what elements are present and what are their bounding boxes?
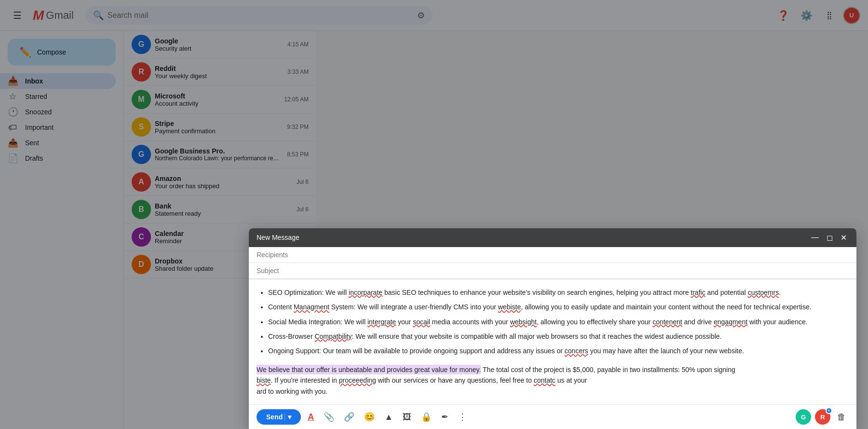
spell-error: Managment (294, 303, 329, 311)
body-bullet-2: Content Managment System: We will integr… (268, 302, 849, 312)
signature-button[interactable]: ✒ (438, 409, 451, 425)
delete-draft-button[interactable]: 🗑 (834, 409, 849, 425)
insert-link-button[interactable]: 🔗 (341, 409, 357, 425)
spell-error: socail (413, 318, 430, 326)
maximize-button[interactable]: ◻ (825, 232, 835, 243)
format-text-icon: A (308, 412, 314, 422)
format-text-button[interactable]: A (305, 409, 317, 425)
emoji-icon: 😊 (364, 412, 375, 422)
spell-error: contatc (534, 376, 556, 384)
insert-drive-file-button[interactable]: ▲ (381, 409, 396, 425)
send-label: Send (266, 413, 283, 421)
user-avatar-footer: R + (815, 409, 830, 425)
insert-photo-button[interactable]: 🖼 (400, 409, 414, 425)
spell-error: Compatbility (314, 332, 352, 340)
link-icon: 🔗 (344, 412, 354, 422)
body-paragraph-3: ard to working with you. (257, 386, 849, 397)
subject-input[interactable] (257, 267, 849, 275)
body-bullet-1: SEO Optimization: We will incorparate ba… (268, 287, 849, 298)
body-paragraph-2: biste. If you're interested in proceeedi… (257, 375, 849, 386)
modal-body[interactable]: SEO Optimization: We will incorparate ba… (249, 279, 856, 404)
footer-right: G R + 🗑 (796, 409, 849, 425)
more-options-button[interactable]: ⋮ (455, 409, 470, 425)
spell-error: biste (257, 376, 271, 384)
spell-error: proceeeding (339, 376, 376, 384)
body-bullet-4: Cross-Browser Compatbility: We will ensu… (268, 331, 849, 342)
minimize-button[interactable]: — (809, 232, 821, 243)
drive-icon: ▲ (384, 412, 393, 422)
subject-field[interactable] (249, 263, 856, 279)
spell-error: contenent (652, 318, 682, 326)
confidential-mode-button[interactable]: 🔒 (418, 409, 434, 425)
photo-icon: 🖼 (403, 412, 411, 422)
grammarly-avatar: G (796, 409, 811, 425)
modal-fields (249, 247, 856, 279)
spell-error: intergrate (367, 318, 396, 326)
highlighted-text: We believe that our offer is unbeatable … (257, 365, 481, 374)
spell-error: incorparate (349, 289, 382, 296)
body-bullet-5: Ongoing Support: Our team will be availa… (268, 346, 849, 356)
body-paragraph-1: We believe that our offer is unbeatable … (257, 364, 849, 375)
notification-badge: + (826, 407, 832, 414)
spell-error: custoemrs (748, 289, 779, 296)
attach-file-button[interactable]: 📎 (321, 409, 337, 425)
modal-title: New Message (257, 234, 809, 241)
recipients-field[interactable] (249, 247, 856, 263)
recipients-input[interactable] (257, 251, 849, 259)
send-chevron[interactable]: ▾ (285, 413, 291, 421)
body-bullet-3: Social Media Integration: We will interg… (268, 317, 849, 327)
signature-icon: ✒ (441, 412, 448, 422)
attach-icon: 📎 (324, 412, 334, 422)
modal-header: New Message — ◻ ✕ (249, 228, 856, 247)
spell-error: websight (510, 318, 537, 326)
modal-footer: Send ▾ A 📎 🔗 😊 ▲ 🖼 🔒 ✒ ⋮ G (249, 404, 856, 429)
compose-modal: New Message — ◻ ✕ SEO Optimization: We w… (249, 228, 856, 429)
lock-icon: 🔒 (421, 412, 432, 422)
send-button[interactable]: Send ▾ (257, 409, 301, 425)
close-button[interactable]: ✕ (839, 232, 849, 243)
spell-error: webiste (498, 303, 521, 311)
trash-icon: 🗑 (837, 412, 846, 422)
spell-error: concers (565, 347, 588, 355)
emoji-button[interactable]: 😊 (361, 409, 378, 425)
spell-error: engagment (714, 318, 747, 326)
more-icon: ⋮ (458, 412, 467, 422)
modal-controls: — ◻ ✕ (809, 232, 849, 243)
spell-error: trafic (691, 289, 705, 296)
